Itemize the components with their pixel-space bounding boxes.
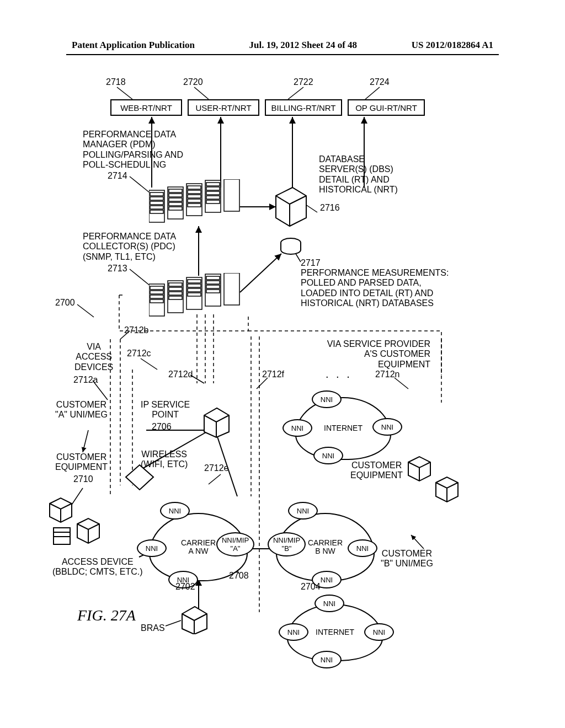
nni-mip-b-bubble: NNI/MIP "B" [268,532,306,556]
ref-2710: 2710 [73,474,93,484]
svg-rect-58 [169,202,182,206]
ip-service-label: IP SERVICE POINT [141,400,190,420]
customer-equip-b-label: CUSTOMER EQUIPMENT [350,461,403,481]
ref-2702: 2702 [175,582,195,592]
box-opgui: OP GUI-RT/NRT [348,99,425,116]
svg-rect-76 [150,291,163,294]
pdm-text: PERFORMANCE DATA MANAGER (PDM) POLLING/P… [83,130,183,170]
box-user: USER-RT/NRT [188,99,259,116]
access-device-label: ACCESS DEVICE (BBLDC; CMTS, ETC.) [52,557,143,577]
svg-line-17 [141,358,157,370]
ref-2708: 2708 [229,571,249,581]
svg-rect-55 [169,189,182,192]
svg-rect-63 [188,195,201,198]
figure-27a: 2718 2720 2722 2724 [55,77,508,695]
svg-line-10 [130,269,150,286]
svg-rect-64 [188,199,201,202]
ref-2712b: 2712b [124,325,149,335]
nni-mip-a-bubble: NNI/MIP "A" [216,532,254,556]
ref-2716: 2716 [320,203,340,213]
svg-rect-92 [206,285,220,288]
nni-bubble: NNI [312,651,342,668]
ref-2712c: 2712c [127,349,151,358]
svg-rect-87 [188,288,201,292]
nni-bubble: NNI [160,502,190,520]
label-billing: BILLING-RT/NRT [271,103,336,113]
svg-line-22 [209,474,221,484]
dbs-icon [273,185,312,256]
box-web: WEB-RT/NRT [110,99,182,116]
ref-2712e: 2712e [204,463,229,473]
svg-rect-56 [169,194,182,197]
svg-line-3 [365,87,380,99]
via-access-label: VIA ACCESS DEVICES [74,342,113,372]
ref-2712f: 2712f [262,370,284,379]
header-left: Patent Application Publication [72,40,195,51]
svg-rect-49 [150,192,163,196]
perf-meas-text: PERFORMANCE MEASUREMENTS: POLLED AND PAR… [301,268,449,309]
pdc-servers-icon [149,273,243,323]
customer-b-label: CUSTOMER "B" UNI/MEG [381,549,433,569]
ref-2700: 2700 [55,298,75,308]
via-sp-label: VIA SERVICE PROVIDER A'S CUSTOMER EQUIPM… [303,339,430,370]
customer-equip-a-label: CUSTOMER EQUIPMENT [55,452,108,473]
label-web: WEB-RT/NRT [120,103,172,113]
svg-rect-78 [150,299,163,303]
ellipsis: . . . [326,368,352,381]
svg-line-43 [411,535,424,549]
svg-rect-69 [206,191,220,195]
carrier-b-text: CARRIER B NW [308,539,343,556]
svg-rect-75 [150,286,163,290]
ref-2713: 2713 [108,264,127,274]
ip-service-cube-icon [201,405,234,438]
figure-caption: FIG. 27A [77,607,136,624]
header-right: US 2012/0182864 A1 [412,40,493,51]
svg-rect-93 [206,290,220,293]
ref-2714: 2714 [108,171,127,181]
svg-rect-86 [188,284,201,287]
svg-rect-50 [150,197,163,200]
svg-rect-94 [224,273,239,305]
nni-bubble: NNI [312,390,342,408]
svg-rect-85 [188,280,201,283]
ref-2704: 2704 [301,582,321,592]
internet-label: INTERNET [324,424,363,432]
page-header: Patent Application Publication Jul. 19, … [0,40,565,51]
svg-rect-65 [188,204,201,207]
svg-rect-90 [206,276,220,280]
svg-rect-59 [169,207,182,210]
svg-rect-71 [206,200,220,204]
svg-rect-62 [188,190,201,194]
customer-equip-a-icon [47,494,119,549]
svg-rect-68 [206,187,220,190]
label-user: USER-RT/NRT [195,103,251,113]
header-center: Jul. 19, 2012 Sheet 24 of 48 [249,40,358,51]
bras-cube-icon [179,604,212,634]
svg-line-0 [117,87,132,99]
ref-2712d: 2712d [168,370,193,379]
pdm-servers-icon [149,179,243,229]
svg-line-34 [83,430,88,452]
ref-2706: 2706 [152,422,172,432]
svg-rect-52 [150,206,163,209]
page: Patent Application Publication Jul. 19, … [0,0,565,728]
svg-line-44 [166,620,181,626]
svg-rect-82 [169,292,182,295]
nni-bubble: NNI [313,447,343,464]
carrier-a-text: CARRIER A NW [181,539,216,556]
nni-bubble: NNI [137,539,167,557]
label-opgui: OP GUI-RT/NRT [355,103,417,113]
svg-rect-77 [150,295,163,298]
nni-bubble: NNI [279,623,308,641]
svg-rect-91 [206,281,220,284]
svg-rect-70 [206,196,220,199]
ref-2712n: 2712n [375,370,400,379]
customer-a-label: CUSTOMER "A" UNI/MEG [55,400,108,420]
wireless-device-icon [124,463,157,494]
svg-line-1 [194,87,209,99]
nni-bubble: NNI [315,595,344,612]
svg-rect-81 [169,287,182,291]
ref-2717: 2717 [301,258,321,268]
dbs-text: DATABASE SERVER(S) (DBS) DETAIL (RT) AND… [319,154,398,195]
svg-rect-53 [150,210,163,213]
